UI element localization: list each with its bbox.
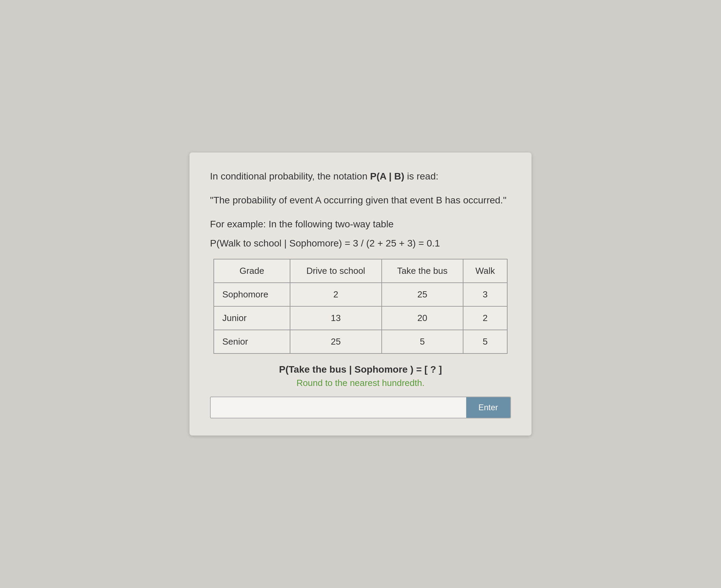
example-line2: P(Walk to school | Sophomore) = 3 / (2 +… bbox=[210, 236, 511, 251]
data-table: Grade Drive to school Take the bus Walk … bbox=[213, 259, 508, 354]
answer-input[interactable] bbox=[211, 397, 466, 418]
row-junior-drive: 13 bbox=[290, 306, 382, 330]
table-header-row: Grade Drive to school Take the bus Walk bbox=[214, 259, 507, 283]
row-sophomore-walk: 3 bbox=[463, 283, 507, 306]
table-row: Sophomore 2 25 3 bbox=[214, 283, 507, 306]
example-line1: For example: In the following two-way ta… bbox=[210, 217, 511, 231]
row-senior-bus: 5 bbox=[382, 330, 463, 353]
answer-input-row: Enter bbox=[210, 397, 511, 418]
round-instruction: Round to the nearest hundredth. bbox=[210, 378, 511, 388]
intro-line1: In conditional probability, the notation… bbox=[210, 170, 511, 183]
main-card: In conditional probability, the notation… bbox=[189, 152, 532, 435]
row-sophomore-bus: 25 bbox=[382, 283, 463, 306]
quote-text: "The probability of event A occurring gi… bbox=[210, 193, 511, 207]
row-senior-walk: 5 bbox=[463, 330, 507, 353]
table-row: Senior 25 5 5 bbox=[214, 330, 507, 353]
question-area: P(Take the bus | Sophomore ) = [ ? ] Rou… bbox=[210, 364, 511, 418]
row-senior-drive: 25 bbox=[290, 330, 382, 353]
row-junior-bus: 20 bbox=[382, 306, 463, 330]
col-header-grade: Grade bbox=[214, 259, 290, 283]
row-sophomore-drive: 2 bbox=[290, 283, 382, 306]
question-text: P(Take the bus | Sophomore ) = [ ? ] bbox=[210, 364, 511, 375]
col-header-walk: Walk bbox=[463, 259, 507, 283]
row-junior-grade: Junior bbox=[214, 306, 290, 330]
row-junior-walk: 2 bbox=[463, 306, 507, 330]
data-table-container: Grade Drive to school Take the bus Walk … bbox=[213, 259, 508, 354]
col-header-bus: Take the bus bbox=[382, 259, 463, 283]
col-header-drive: Drive to school bbox=[290, 259, 382, 283]
enter-button[interactable]: Enter bbox=[466, 397, 510, 418]
table-row: Junior 13 20 2 bbox=[214, 306, 507, 330]
row-sophomore-grade: Sophomore bbox=[214, 283, 290, 306]
row-senior-grade: Senior bbox=[214, 330, 290, 353]
